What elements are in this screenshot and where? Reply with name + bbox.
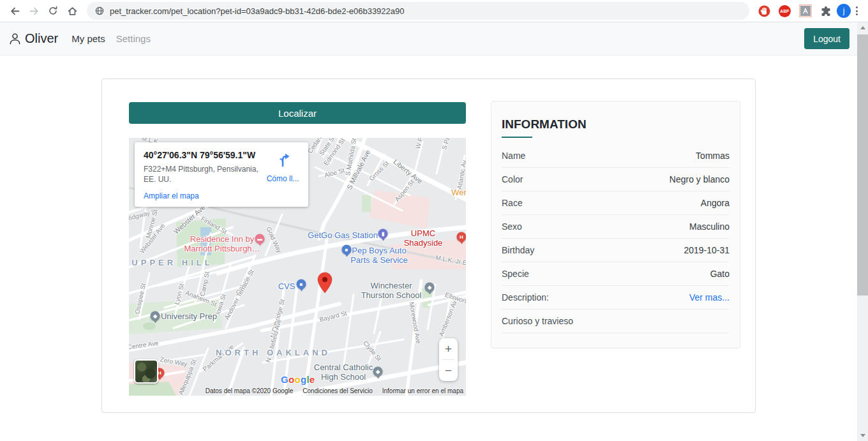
info-row-label: Name [502,151,525,161]
adobe-pdf-icon[interactable] [799,4,812,17]
map-attribution: Datos del mapa ©2020 Google Condiciones … [129,386,466,396]
profile-avatar[interactable]: j [837,4,851,18]
information-rows: NameTommasColorNegro y blancoRaceAngoraS… [502,144,730,333]
map-poi-label[interactable]: Central Catholic High School [314,363,373,382]
info-row: SexoMasculino [502,215,730,239]
map-area-label: NORTH OAKLAND [216,348,331,357]
zoom-out-button[interactable]: − [439,360,458,381]
app-navbar: Oliver My petsSettings Logout [0,22,857,56]
adblock-plus-icon[interactable]: ABP [779,5,791,17]
info-row-label: Sexo [502,221,522,232]
url-text[interactable]: pet_tracker.com/pet_location?pet-id=03a9… [110,6,405,16]
back-icon[interactable] [5,1,24,20]
nav-link-my-pets[interactable]: My pets [71,33,105,44]
map-pin-school[interactable]: ◆ [425,283,435,292]
ver-mas-link[interactable]: Ver mas... [689,292,730,303]
nav-links: My petsSettings [71,33,151,44]
google-logo-letter: G [281,374,288,385]
map-pin-shop[interactable]: ■ [342,245,352,255]
info-row-label: Description: [502,292,549,303]
info-row: SpecieGato [502,262,730,286]
enlarge-map-link[interactable]: Ampliar el mapa [144,191,264,200]
info-row-value: Gato [710,269,730,279]
map-poi-label[interactable]: Wer [451,188,466,197]
info-row: Description:Ver mas... [502,286,730,310]
google-logo-letter: o [294,374,300,385]
browser-toolbar: pet_tracker.com/pet_location?pet-id=03a9… [0,0,868,22]
scroll-down-arrow-icon[interactable] [857,431,868,440]
map-poi-label[interactable]: Winchester Thurston School [361,281,422,301]
map-poi-label[interactable]: Residence Inn by Marriott Pittsburgh… [184,234,260,254]
map-pin-school[interactable]: ◆ [151,311,160,321]
content-card: Localizar [101,78,756,413]
map-embed[interactable]: M.L.K.Ridgway StMonroe StWebster AveWebs… [129,138,466,396]
information-title: INFORMATION [502,117,730,131]
directions-block[interactable]: Cómo ll... [264,150,302,200]
info-row-value: Tommas [696,151,730,161]
map-area-label: UPPER HILL [131,258,213,267]
info-row: RaceAngora [502,191,730,215]
url-bar[interactable]: pet_tracker.com/pet_location?pet-id=03a9… [87,2,749,20]
map-info-card: 40°27'06.3"N 79°56'59.1"W F322+M4 Pittsb… [135,142,308,207]
satellite-toggle-thumbnail[interactable] [134,359,158,384]
directions-label[interactable]: Cómo ll... [264,174,302,183]
map-poi-label[interactable]: UPMC Shadyside [402,228,445,248]
info-row-label: Curioso y travieso [502,316,573,326]
info-row-label: Specie [502,269,529,279]
info-row-label: Color [502,174,523,184]
info-row-label: Race [502,198,523,208]
info-row: ColorNegro y blanco [502,168,730,191]
user-brand[interactable]: Oliver [8,31,58,46]
map-poi-label[interactable]: University Prep [161,311,217,321]
page-scrollbar[interactable] [857,22,868,441]
terms-link[interactable]: Condiciones del Servicio [303,387,373,394]
info-row-value: Negro y blanco [670,174,730,184]
info-row-value: Angora [701,198,730,208]
extensions-puzzle-icon[interactable] [820,5,832,17]
map-pin-lodging[interactable]: ▬ [255,234,265,244]
zoom-in-button[interactable]: + [439,338,458,359]
map-pin-shop[interactable]: ■ [297,280,306,289]
forward-icon[interactable] [24,1,43,20]
info-row-label: Birthday [502,245,534,255]
logout-button[interactable]: Logout [804,28,849,49]
map-poi-label[interactable]: Pep Boys Auto Parts & Service [350,246,408,265]
info-row: Birthday2019-10-31 [502,239,730,262]
info-row-value: Masculino [689,221,730,232]
map-pin-school[interactable]: ◆ [373,367,383,377]
coordinates-title: 40°27'06.3"N 79°56'59.1"W [144,150,264,160]
report-error-link[interactable]: Informar un error en el mapa [382,387,463,394]
browser-menu-icon[interactable] [851,4,863,18]
map-pin-gas[interactable]: ▮ [378,229,388,239]
reload-icon[interactable] [43,1,63,20]
scroll-up-arrow-icon[interactable] [857,23,868,33]
info-row-value: 2019-10-31 [684,245,730,255]
destination-marker-icon[interactable] [317,272,333,296]
map-poi-label[interactable]: CVS [278,281,296,291]
info-row: NameTommas [502,144,730,168]
map-poi-label[interactable]: GetGo Gas Station [308,230,378,240]
blocker-hand-icon[interactable] [758,5,770,17]
nav-link-settings[interactable]: Settings [116,33,151,44]
google-logo-letter: g [301,374,306,385]
scrollbar-thumb[interactable] [857,34,868,295]
map-pin-hospital[interactable]: H [457,232,467,242]
info-row: Curioso y travieso [502,310,730,333]
extensions-row: ABP [758,4,832,17]
title-underline [502,137,532,138]
globe-icon [95,6,104,15]
home-icon[interactable] [63,1,82,20]
address-text: F322+M4 Pittsburgh, Pensilvania, EE. UU. [144,164,264,184]
directions-icon [276,153,290,168]
person-icon [8,31,22,46]
map-data-text: Datos del mapa ©2020 Google [206,387,293,394]
user-name: Oliver [25,31,58,46]
map-zoom-control: + − [439,338,458,381]
google-logo-letter: e [310,374,315,385]
localizar-button[interactable]: Localizar [129,102,466,124]
google-logo[interactable]: Google [281,374,315,385]
information-panel: INFORMATION NameTommasColorNegro y blanc… [491,101,740,348]
